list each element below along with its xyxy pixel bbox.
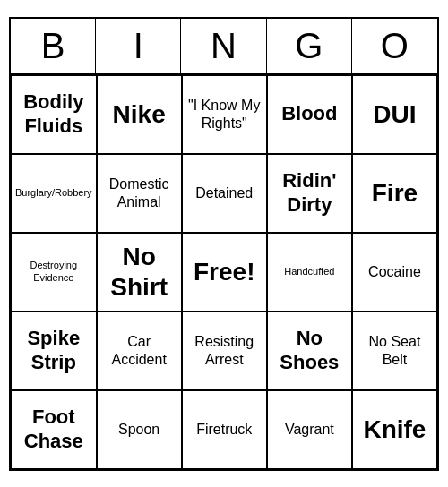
bingo-cell: No Shoes	[267, 312, 352, 390]
cell-text: Firetruck	[196, 421, 252, 438]
bingo-cell: Foot Chase	[11, 390, 97, 469]
bingo-cell: Spike Strip	[11, 312, 97, 390]
cell-text: Cocaine	[368, 263, 421, 280]
bingo-cell: Nike	[97, 75, 182, 154]
cell-text: No Shoes	[271, 327, 348, 374]
bingo-cell: "I Know My Rights"	[182, 75, 267, 154]
bingo-cell: Vagrant	[267, 390, 352, 469]
cell-text: No Shirt	[101, 242, 177, 302]
cell-text: Resisting Arrest	[186, 333, 263, 367]
bingo-cell: DUI	[352, 75, 437, 154]
bingo-cell: Car Accident	[97, 312, 182, 390]
bingo-cell: Destroying Evidence	[11, 233, 97, 312]
bingo-header: BINGO	[11, 19, 437, 75]
header-letter: B	[11, 19, 96, 73]
bingo-cell: Handcuffed	[267, 233, 352, 312]
bingo-card: BINGO Bodily FluidsNike"I Know My Rights…	[9, 17, 439, 471]
cell-text: Vagrant	[285, 421, 334, 438]
bingo-cell: Bodily Fluids	[11, 75, 97, 154]
cell-text: Fire	[372, 178, 418, 209]
bingo-cell: Resisting Arrest	[182, 312, 267, 390]
cell-text: Car Accident	[101, 333, 177, 367]
cell-text: Blood	[281, 102, 337, 125]
cell-text: Free!	[194, 257, 254, 287]
header-letter: N	[181, 19, 266, 73]
cell-text: Detained	[195, 184, 253, 201]
cell-text: Nike	[113, 99, 166, 130]
bingo-grid: Bodily FluidsNike"I Know My Rights"Blood…	[11, 75, 437, 469]
header-letter: O	[352, 19, 437, 73]
cell-text: Foot Chase	[15, 406, 92, 453]
bingo-cell: Spoon	[97, 390, 182, 469]
bingo-cell: Cocaine	[352, 233, 437, 312]
bingo-cell: Knife	[352, 390, 437, 469]
bingo-cell: Ridin' Dirty	[267, 154, 352, 233]
bingo-cell: Domestic Animal	[97, 154, 182, 233]
cell-text: Destroying Evidence	[15, 260, 92, 283]
bingo-cell: Burglary/Robbery	[11, 154, 97, 233]
cell-text: Ridin' Dirty	[271, 169, 348, 217]
bingo-cell: Firetruck	[182, 390, 267, 469]
cell-text: "I Know My Rights"	[186, 97, 263, 131]
cell-text: DUI	[373, 99, 416, 130]
bingo-cell: Blood	[267, 75, 352, 154]
cell-text: Spike Strip	[15, 327, 92, 374]
header-letter: G	[267, 19, 352, 73]
cell-text: No Seat Belt	[357, 333, 433, 367]
bingo-cell: Detained	[182, 154, 267, 233]
cell-text: Bodily Fluids	[15, 90, 92, 138]
header-letter: I	[96, 19, 181, 73]
cell-text: Domestic Animal	[101, 175, 177, 209]
cell-text: Handcuffed	[284, 266, 334, 278]
cell-text: Knife	[363, 414, 426, 445]
bingo-cell: No Shirt	[97, 233, 182, 312]
bingo-cell: No Seat Belt	[352, 312, 437, 390]
bingo-cell: Free!	[182, 233, 267, 312]
bingo-cell: Fire	[352, 154, 437, 233]
cell-text: Burglary/Robbery	[15, 187, 92, 199]
cell-text: Spoon	[118, 421, 159, 438]
